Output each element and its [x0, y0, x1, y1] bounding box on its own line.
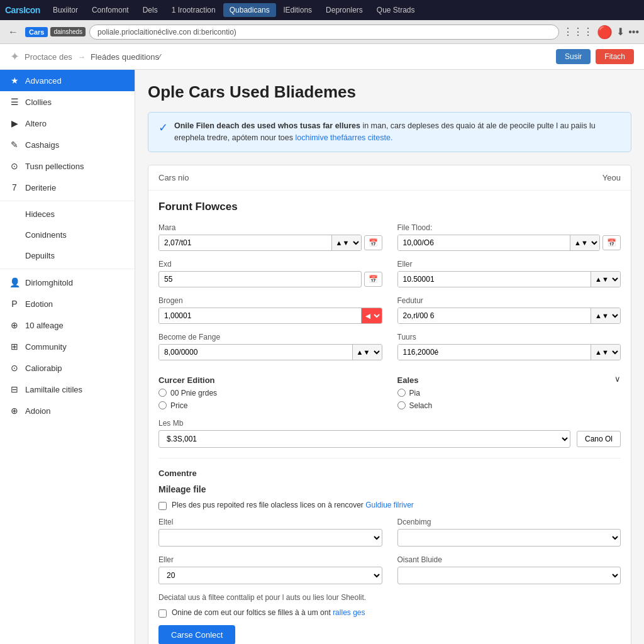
become-input-select: ▲▼ [158, 344, 382, 360]
sidebar-item-alfeage[interactable]: ⊕ 10 alfeage [0, 314, 135, 336]
checkbox-1-link[interactable]: Guldiue filriver [365, 501, 414, 509]
sidebar-item-clollies[interactable]: ☰ Clollies [0, 91, 135, 113]
cano-button[interactable]: Cano Ol [577, 431, 621, 447]
exd-label: Exd [158, 260, 382, 269]
sidebar-divider-1 [0, 201, 135, 201]
oisant-select[interactable] [397, 567, 621, 584]
susir-button[interactable]: Susir [556, 49, 591, 64]
sidebar-item-lamiltaile[interactable]: ⊟ Lamiltaile citiles [0, 379, 135, 400]
eller-input[interactable] [398, 272, 591, 287]
eller-unit-select[interactable]: ▲▼ [591, 272, 620, 287]
lesmb-select[interactable]: $.3S,001 [158, 430, 570, 448]
sidebar-item-caliorabip[interactable]: ⊙ Caliorabip [0, 357, 135, 379]
mara-input[interactable] [159, 235, 331, 250]
form-group-lesmb: Les Mb $.3S,001 Cano Ol [158, 419, 621, 448]
plus-circle-icon: ⊕ [9, 406, 20, 416]
tuurs-input[interactable] [398, 345, 591, 360]
grid-icon[interactable]: ⋮⋮⋮ [563, 26, 593, 38]
checkbox-row-1: Ples des pus repoited res file olacless … [158, 501, 621, 510]
top-nav-item-4[interactable]: Qubadicans [223, 3, 276, 17]
download-icon[interactable]: ⬇ [616, 26, 625, 38]
chevron-right-icon: ▶ [9, 118, 20, 128]
brogen-unit-select[interactable]: ◀ [361, 308, 382, 323]
radio-item-3[interactable]: Pia [397, 389, 621, 397]
info-banner-text: Onile Filen deach des used whos tusas fa… [174, 120, 621, 144]
sidebar-item-dirlomghitold[interactable]: 👤 Dirlomghitold [0, 272, 135, 293]
submit-button[interactable]: Carse Conlect [158, 625, 235, 645]
sidebar-item-edotion[interactable]: P Edotion [0, 293, 135, 314]
sidebar-item-conidnents[interactable]: Conidnents [0, 225, 135, 245]
file-tlood-unit-select[interactable]: ▲▼ [570, 235, 599, 250]
top-nav-item-6[interactable]: Depronlers [319, 3, 369, 17]
radio-4[interactable] [397, 401, 406, 409]
exd-cal-button[interactable]: 📅 [364, 272, 382, 287]
top-nav-item-0[interactable]: Buxiitor [47, 3, 84, 17]
form-row-7: Eller 20 Oisant Bluide [158, 555, 621, 584]
section-title: Forunt Flowces [158, 201, 621, 213]
sidebar-item-community[interactable]: ⊞ Community [0, 336, 135, 357]
exd-input[interactable] [158, 271, 362, 287]
more-icon[interactable]: ••• [628, 26, 639, 38]
sidebar-label-tusn: Tusn pellections [25, 162, 126, 171]
radio-2[interactable] [158, 401, 167, 409]
mara-unit-select[interactable]: ▲▼ [331, 235, 361, 250]
radio-item-1[interactable]: 00 Pnie grdes [158, 389, 382, 397]
sidebar-item-hideces[interactable]: Hideces [0, 204, 135, 225]
top-nav-item-5[interactable]: lEditions [277, 3, 318, 17]
dcenbimg-select[interactable] [397, 529, 621, 547]
sidebar-item-tusn[interactable]: ⊙ Tusn pellections [0, 155, 135, 177]
form-group-eller2: Eller 20 [158, 555, 382, 584]
list-icon: ☰ [9, 97, 20, 107]
radio-3[interactable] [397, 389, 406, 397]
sidebar-label-caliorabip: Caliorabip [25, 364, 126, 373]
form-group-curcer: Curcer Edition 00 Pnie grdes Price [158, 369, 382, 410]
sidebar-item-depuilts[interactable]: Depuilts [0, 245, 135, 266]
become-label: Become de Fange [158, 333, 382, 341]
sidebar-item-adoion[interactable]: ⊕ Adoion [0, 400, 135, 421]
brogen-input-wrap: ◀ [158, 308, 382, 324]
curcer-radio-group: 00 Pnie grdes Price [158, 389, 382, 410]
radio-1[interactable] [158, 389, 167, 397]
eller-label: Eller [397, 260, 621, 269]
radio-item-4[interactable]: Selach [397, 401, 621, 410]
radio-3-label: Pia [409, 389, 420, 397]
file-tlood-calendar-button[interactable]: 📅 [602, 235, 621, 250]
card-header-left: Cars nio [158, 173, 189, 182]
radio-1-label: 00 Pnie grdes [170, 389, 217, 397]
mara-calendar-button[interactable]: 📅 [364, 235, 382, 250]
sidebar-item-deriterie[interactable]: 7 Deriterie [0, 177, 135, 198]
sidebar-divider-2 [0, 269, 135, 269]
fedutur-input[interactable] [398, 308, 591, 323]
become-input[interactable] [159, 345, 352, 360]
top-nav-item-3[interactable]: 1 Irootraction [165, 3, 222, 17]
url-input[interactable] [89, 25, 559, 40]
sidebar-item-cashaigs[interactable]: ✎ Cashaigs [0, 134, 135, 155]
fedutur-unit-select[interactable]: ▲▼ [591, 308, 620, 323]
top-nav-item-2[interactable]: Dels [136, 3, 164, 17]
sidebar-label-depuilts: Depuilts [25, 251, 126, 260]
breadcrumb-link[interactable]: Fleádes queditions∕ [91, 52, 160, 62]
eltel-select[interactable] [158, 529, 382, 547]
radio-2-label: Price [170, 401, 187, 410]
file-tlood-input[interactable] [398, 235, 570, 250]
checkbox-2-link[interactable]: ralles ges [333, 608, 365, 617]
back-button[interactable]: ← [5, 25, 21, 39]
top-nav-item-1[interactable]: Confomont [86, 3, 135, 17]
brogen-input[interactable] [159, 308, 361, 323]
info-link[interactable]: lochimive thefáarres citeste. [295, 133, 392, 142]
eller2-select[interactable]: 20 [158, 567, 382, 584]
browser-icons: ⋮⋮⋮ 🔴 ⬇ ••• [563, 25, 639, 40]
cars-logo: Cars [25, 27, 48, 37]
pencil-icon: ✎ [9, 140, 20, 150]
radio-item-2[interactable]: Price [158, 401, 382, 410]
fitach-button[interactable]: Fitach [596, 49, 634, 64]
comentre-header: Comentre [158, 469, 621, 478]
tuurs-unit-select[interactable]: ▲▼ [591, 345, 620, 360]
top-nav-item-7[interactable]: Que Strads [370, 3, 421, 17]
form-group-mara: Mara ▲▼ 📅 [158, 223, 382, 251]
checkbox-1[interactable] [158, 502, 167, 510]
become-unit-select[interactable]: ▲▼ [352, 345, 382, 360]
sidebar-item-advanced[interactable]: ★ Advanced [0, 70, 135, 91]
sidebar-item-altero[interactable]: ▶ Altero [0, 113, 135, 134]
checkbox-2[interactable] [158, 609, 167, 618]
